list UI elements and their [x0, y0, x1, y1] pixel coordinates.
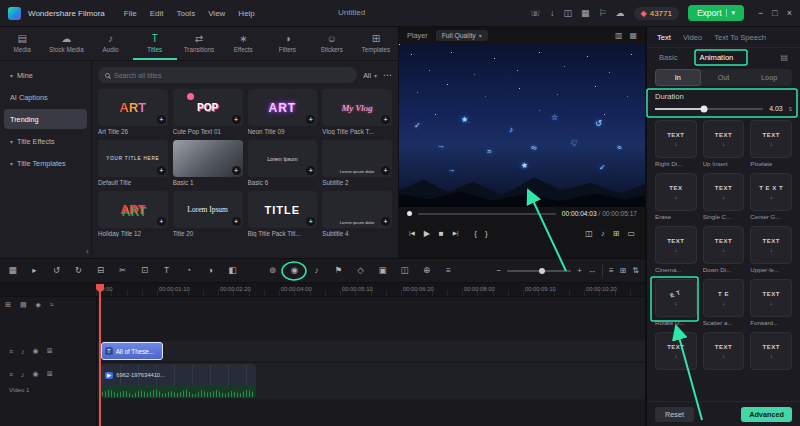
download-icon[interactable]: ↓ [550, 9, 555, 18]
fit-timeline-icon[interactable]: ↔ [588, 266, 596, 275]
tab-media[interactable]: ▤Media [0, 27, 44, 60]
title-item[interactable]: Lorem Ipsum+Basic 6 [248, 140, 318, 186]
tab-templates[interactable]: ⊞Templates [354, 27, 398, 60]
preset-item[interactable]: TEXT↓ [750, 332, 792, 372]
preset-item[interactable]: TEXT↓ [655, 332, 697, 372]
preset-right-dissolve[interactable]: TEXT↓Right Di... [655, 120, 697, 167]
motion-track-icon[interactable]: ⊕ [420, 266, 433, 275]
title-item[interactable]: +Basic 1 [173, 140, 243, 186]
add-to-timeline-button[interactable]: + [381, 166, 390, 175]
preset-rotate-up[interactable]: E T↓Rotate U... [655, 279, 697, 326]
coin-balance[interactable]: ◆ 43771 [634, 7, 679, 20]
add-to-timeline-button[interactable]: + [157, 166, 166, 175]
video-clip[interactable]: ▶ 6962-197634410... [101, 364, 256, 398]
menu-tools[interactable]: Tools [176, 9, 195, 18]
tab-stock-media[interactable]: ☁Stock Media [44, 27, 88, 60]
preset-up-insert[interactable]: TEXT↓Up Insert [703, 120, 745, 167]
title-item[interactable]: ART+Holiday Title 12 [98, 191, 168, 237]
title-item[interactable]: ART+Neon Title 09 [248, 89, 318, 135]
close-button[interactable]: × [787, 8, 792, 18]
fullscreen-icon[interactable]: ⊞ [613, 229, 620, 238]
zoom-slider-thumb[interactable] [539, 268, 545, 274]
tab-audio[interactable]: ♪Audio [88, 27, 132, 60]
subtab-animation[interactable]: Animation [700, 53, 734, 62]
title-item[interactable]: ART+Art Title 26 [98, 89, 168, 135]
tab-titles[interactable]: TTitles [133, 27, 177, 60]
preset-scatter[interactable]: T E↓Scatter a... [703, 279, 745, 326]
track-height-icon[interactable]: ⇅ [632, 266, 639, 275]
export-button[interactable]: Export ▾ [688, 5, 744, 21]
tab-effects[interactable]: ∗Effects [221, 27, 265, 60]
play-button[interactable]: ▶ [424, 229, 430, 238]
add-to-timeline-button[interactable]: + [157, 115, 166, 124]
aspect-ratio-icon[interactable]: ▭ [627, 229, 635, 238]
menu-file[interactable]: File [124, 9, 137, 18]
search-input[interactable] [114, 72, 350, 79]
lock-icon[interactable]: ⊠ [47, 370, 53, 378]
visibility-icon[interactable]: ◉ [33, 347, 39, 355]
filter-dropdown[interactable]: All ▾ [363, 72, 377, 79]
preset-cinema[interactable]: TEXT↓Cinema... [655, 226, 697, 273]
keyframe-icon[interactable]: ◇ [354, 266, 367, 275]
anim-tab-loop[interactable]: Loop [746, 69, 792, 86]
preset-upper-left[interactable]: TEXT↓Upper-le... [750, 226, 792, 273]
sidebar-item-mine[interactable]: ▾Mine [4, 65, 87, 85]
magnet-icon[interactable]: ◈ [36, 301, 41, 309]
select-icon[interactable]: ▸ [28, 266, 41, 275]
duration-slider-thumb[interactable] [700, 105, 707, 112]
tab-transitions[interactable]: ⇄Transitions [177, 27, 221, 60]
layout-icon[interactable]: ▦ [581, 9, 590, 18]
add-to-timeline-button[interactable]: + [232, 115, 241, 124]
auto-ripple-icon[interactable]: ≈ [50, 301, 54, 309]
pip-icon[interactable]: ◫ [398, 266, 411, 275]
volume-icon[interactable]: ♪ [601, 229, 605, 238]
subtab-basic[interactable]: Basic [659, 53, 678, 62]
preset-forward[interactable]: TEXT↓Forward... [750, 279, 792, 326]
mask-icon[interactable]: ◧ [226, 266, 239, 275]
add-to-timeline-button[interactable]: + [306, 217, 315, 226]
add-to-timeline-button[interactable]: + [306, 115, 315, 124]
title-item[interactable]: POP+Cute Pop Text 01 [173, 89, 243, 135]
advanced-button[interactable]: Advanced [741, 407, 792, 422]
notification-icon[interactable]: ⚐ [598, 9, 606, 18]
render-preview-icon[interactable]: ⊚ [266, 266, 279, 275]
sidebar-item-title-templates[interactable]: ▾Title Templates [4, 153, 87, 173]
sidebar-item-title-effects[interactable]: ▾Title Effects [4, 131, 87, 151]
screen-record-icon[interactable]: ◫ [563, 9, 572, 18]
menu-help[interactable]: Help [238, 9, 254, 18]
color-icon[interactable]: ◑ [204, 266, 217, 275]
title-item[interactable]: Lorem ipsum dolor+Subtitle 2 [322, 140, 392, 186]
add-to-timeline-button[interactable]: + [232, 166, 241, 175]
maximize-button[interactable]: □ [772, 8, 777, 18]
track-menu-icon[interactable]: ≡ [9, 348, 13, 355]
grid-view-icon[interactable]: ⊞ [620, 266, 627, 275]
playhead-line[interactable] [99, 292, 101, 426]
audio-mixer-icon[interactable]: ≡ [442, 266, 455, 275]
sidebar-item-trending[interactable]: Trending [4, 109, 87, 129]
mark-out-button[interactable]: } [485, 229, 488, 238]
chroma-key-icon[interactable]: ▣ [376, 266, 389, 275]
title-item[interactable]: My Vlog+Vlog Title Pack T... [322, 89, 392, 135]
list-view-icon[interactable]: ≡ [609, 266, 614, 275]
anim-tab-in[interactable]: In [655, 69, 701, 86]
seek-bar[interactable] [418, 213, 556, 215]
display-settings-icon[interactable]: ▥ [615, 31, 623, 40]
text-clip[interactable]: T All of These... [101, 342, 163, 360]
quality-dropdown[interactable]: Full Quality ▾ [436, 30, 488, 41]
track-manager-icon[interactable]: ▤ [20, 301, 27, 309]
visibility-icon[interactable]: ◉ [33, 370, 39, 378]
mark-in-button[interactable]: { [474, 229, 477, 238]
anim-tab-out[interactable]: Out [701, 69, 747, 86]
tab-filters[interactable]: ◑Filters [265, 27, 309, 60]
duration-value[interactable]: 4.03 [769, 105, 783, 112]
undo-icon[interactable]: ↺ [50, 266, 63, 275]
zoom-slider[interactable] [507, 270, 571, 272]
tab-video[interactable]: Video [683, 33, 702, 42]
speed-icon[interactable]: ◔ [182, 266, 195, 275]
preset-down-dissolve[interactable]: TEXT↓Down Di... [703, 226, 745, 273]
sideb​ar-item-ai-captions[interactable]: AI Captions [4, 87, 87, 107]
seek-handle[interactable] [407, 211, 412, 216]
tab-stickers[interactable]: ☺Stickers [310, 27, 354, 60]
preset-center-g[interactable]: T E X T↓Center G... [750, 173, 792, 220]
title-item[interactable]: TITLE+Big Title Pack Titl... [248, 191, 318, 237]
